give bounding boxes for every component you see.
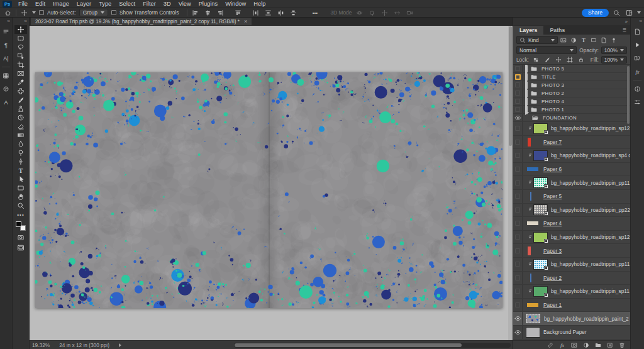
align-center-icon[interactable]: [203, 9, 213, 17]
align-top-icon[interactable]: [233, 9, 243, 17]
panel-menu-icon[interactable]: ≡: [623, 26, 626, 33]
expand-dock-chevrons[interactable]: »: [8, 18, 12, 25]
layer-row[interactable]: Paper 2: [513, 272, 630, 285]
menu-plugins[interactable]: Plugins: [195, 0, 222, 8]
path-selection-tool-icon[interactable]: [14, 175, 27, 184]
visibility-toggle[interactable]: [513, 244, 523, 257]
menu-select[interactable]: Select: [115, 0, 139, 8]
search-icon[interactable]: [612, 9, 621, 17]
collapse-dock-chevrons[interactable]: »: [625, 19, 628, 25]
canvas-area[interactable]: [30, 26, 513, 340]
filter-pixel-layers-icon[interactable]: [559, 36, 568, 44]
layer-mask-icon[interactable]: [570, 341, 578, 349]
visibility-toggle[interactable]: [513, 272, 523, 285]
layer-thumbnail[interactable]: [526, 300, 540, 310]
glyphs-panel-icon[interactable]: A|: [1, 53, 11, 64]
layer-thumbnail[interactable]: [534, 233, 547, 242]
chevron-right-icon[interactable]: [525, 90, 528, 97]
adjustment-layer-icon[interactable]: [582, 341, 590, 349]
layer-thumbnail[interactable]: [526, 137, 540, 147]
opacity-field[interactable]: 100%: [601, 47, 627, 54]
lock-transparency-icon[interactable]: [531, 55, 540, 64]
tab-layers[interactable]: Layers: [513, 26, 543, 35]
zoom-tool-icon[interactable]: [14, 201, 27, 210]
layer-row[interactable]: Paper 3: [513, 244, 630, 258]
layer-group-row[interactable]: FOUNDATION: [513, 114, 630, 122]
visibility-toggle[interactable]: [513, 89, 523, 97]
layer-row[interactable]: bg_happyhobby_roadtrippin_pp11 copy: [513, 176, 630, 190]
menu-type[interactable]: Type: [95, 0, 115, 8]
paragraph-panel-icon[interactable]: ¶: [1, 40, 11, 50]
lock-pixels-icon[interactable]: [543, 55, 552, 64]
share-button[interactable]: Share: [582, 9, 609, 17]
close-tab-icon[interactable]: ×: [244, 18, 247, 25]
menu-3d[interactable]: 3D: [160, 0, 175, 8]
properties-panel-icon[interactable]: [632, 97, 643, 108]
chevron-down-icon[interactable]: [525, 114, 529, 121]
layer-thumbnail[interactable]: [526, 218, 540, 228]
visibility-toggle[interactable]: [513, 97, 523, 105]
visibility-toggle[interactable]: [513, 258, 523, 271]
eraser-tool-icon[interactable]: [14, 122, 27, 131]
zoom-level[interactable]: 19.32%: [32, 342, 50, 348]
layer-row[interactable]: Paper 4: [513, 217, 630, 231]
character-panel-icon[interactable]: [1, 26, 11, 37]
chevron-right-icon[interactable]: [525, 82, 528, 89]
filter-shape-layers-icon[interactable]: [589, 36, 598, 44]
frame-tool-icon[interactable]: [14, 69, 27, 78]
layer-thumbnail[interactable]: [534, 260, 547, 269]
chevron-down-icon[interactable]: [637, 11, 641, 14]
filter-smart-objects-icon[interactable]: [599, 36, 608, 44]
adjustments-panel-icon[interactable]: [632, 53, 643, 64]
type-tool-icon[interactable]: T: [14, 166, 27, 175]
layer-row[interactable]: Paper 1: [513, 299, 630, 313]
foreground-color-swatch[interactable]: [16, 221, 21, 227]
layer-group-row[interactable]: PHOTO 3: [513, 81, 630, 89]
object-selection-tool-icon[interactable]: [14, 52, 27, 60]
layer-thumbnail[interactable]: [534, 124, 547, 133]
history-brush-tool-icon[interactable]: [14, 113, 27, 122]
visibility-eye-icon[interactable]: [513, 326, 523, 339]
layer-thumbnail[interactable]: [526, 164, 540, 174]
toolbar-chevrons[interactable]: »: [25, 18, 29, 25]
eyedropper-tool-icon[interactable]: [14, 78, 27, 87]
lasso-tool-icon[interactable]: [14, 43, 27, 52]
menu-file[interactable]: File: [14, 0, 31, 8]
menu-image[interactable]: Image: [49, 0, 73, 8]
horizontal-scrollbar-thumb[interactable]: [235, 343, 462, 347]
lock-position-icon[interactable]: [554, 55, 563, 64]
chevron-right-icon[interactable]: [525, 74, 528, 80]
layer-row[interactable]: bg_happyhobby_roadtrippin_sp12 copy 4: [513, 122, 630, 136]
styles-panel-icon[interactable]: fx: [632, 66, 643, 77]
pen-tool-icon[interactable]: [14, 157, 27, 166]
swatches-panel-icon[interactable]: [1, 70, 11, 81]
layer-thumbnail[interactable]: [526, 246, 540, 256]
visibility-toggle[interactable]: [513, 81, 523, 89]
hand-tool-icon[interactable]: [14, 192, 27, 201]
layer-group-row[interactable]: PHOTO 4: [513, 97, 630, 106]
photoshop-logo-icon[interactable]: Ps: [3, 1, 12, 8]
layer-thumbnail[interactable]: [526, 191, 540, 201]
filter-type-layers-icon[interactable]: T: [579, 36, 588, 44]
info-panel-icon[interactable]: [632, 84, 643, 94]
spot-healing-tool-icon[interactable]: [14, 87, 27, 96]
blend-mode-dropdown[interactable]: Normal: [516, 46, 577, 54]
layer-group-row[interactable]: TITLE: [513, 73, 630, 81]
visibility-toggle[interactable]: [513, 106, 523, 113]
menu-window[interactable]: Window: [221, 0, 250, 8]
lock-artboard-icon[interactable]: [565, 55, 574, 64]
visibility-toggle[interactable]: [513, 73, 523, 80]
layer-row[interactable]: Paper 5: [513, 190, 630, 204]
layer-row[interactable]: bg_happyhobby_roadtrippin_pp11: [513, 258, 630, 272]
menu-help[interactable]: Help: [250, 0, 269, 8]
layers-scrollbar-thumb[interactable]: [627, 66, 630, 124]
layer-row[interactable]: bg_happyhobby_roadtrippin_paint_2 copy 1…: [513, 312, 630, 326]
layer-group-row[interactable]: PHOTO 2: [513, 89, 630, 97]
layer-row[interactable]: bg_happyhobby_roadtrippin_sp11 copy 2: [513, 285, 630, 299]
character-styles-panel-icon[interactable]: A: [1, 97, 11, 108]
distribute-centers-h-icon[interactable]: [276, 9, 286, 17]
visibility-toggle[interactable]: [513, 217, 523, 230]
align-left-icon[interactable]: [191, 9, 200, 17]
foreground-background-swatches[interactable]: [15, 221, 26, 231]
layer-row[interactable]: bg_happyhobby_roadtrippin_sp4 copy 2: [513, 149, 630, 163]
